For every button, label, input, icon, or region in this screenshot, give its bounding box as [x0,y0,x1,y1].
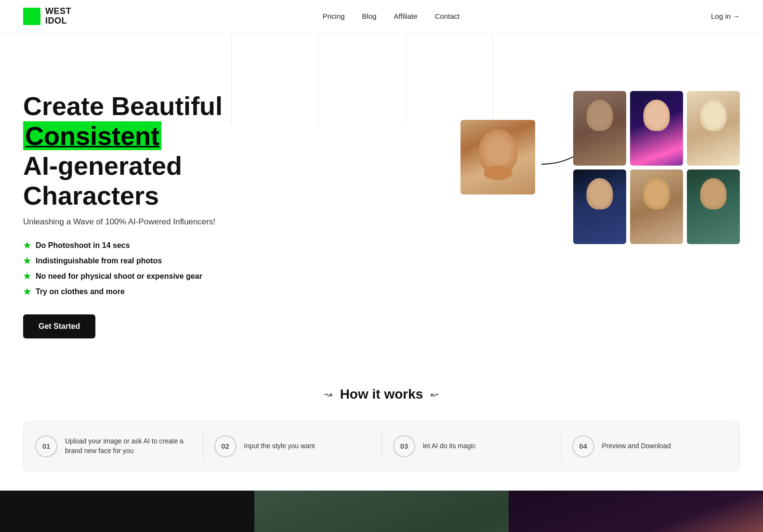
step-3-number: 03 [393,435,415,457]
step-4-number: 04 [572,435,594,457]
step-1-number: 01 [35,435,57,457]
grid-face-2 [630,91,683,166]
hero-section: Create Beautiful Consistent AI-generated… [0,33,763,358]
bottom-photo-dark [0,491,254,532]
step-1: 01 Upload your image or ask AI to create… [24,422,203,471]
grid-photo-5 [630,169,683,244]
hero-right [303,62,740,322]
deco-left-icon: ↝ [324,389,332,400]
photo-grid [573,91,740,244]
step-4: 04 Preview and Download [561,422,740,471]
bottom-photo-girl-hat [254,491,509,532]
nav-affiliate[interactable]: Affiliate [394,12,418,20]
grid-photo-4 [573,169,626,244]
features-list: ★ Do Photoshoot in 14 secs ★ Indistingui… [23,240,303,297]
hero-title-highlight: Consistent [23,121,161,150]
feature-3-text: No need for physical shoot or expensive … [36,272,202,281]
step-3: 03 let AI do its magic [382,422,561,471]
logo-square [23,8,40,25]
feature-2-text: Indistinguishable from real photos [36,257,162,265]
grid-photo-3 [687,91,740,166]
step-2: 02 Input the style you want [203,422,382,471]
main-face-photo [460,120,535,195]
steps-row: 01 Upload your image or ask AI to create… [23,421,740,471]
logo[interactable]: WEST IDOL [23,7,71,26]
hero-subtitle: Unleashing a Wave of 100% AI-Powered Inf… [23,217,303,227]
feature-4: ★ Try on clothes and more [23,286,303,297]
grid-face-5 [630,169,683,244]
navbar: WEST IDOL Pricing Blog Affiliate Contact… [0,0,763,33]
star-icon-1: ★ [23,240,31,251]
hero-left: Create Beautiful Consistent AI-generated… [23,62,303,338]
bottom-photo-city [509,491,763,532]
hero-title: Create Beautiful Consistent AI-generated… [23,91,303,210]
nav-links: Pricing Blog Affiliate Contact [323,12,460,20]
grid-photo-2 [630,91,683,166]
step-1-label: Upload your image or ask AI to create a … [65,437,191,455]
feature-4-text: Try on clothes and more [36,287,125,296]
grid-face-6 [687,169,740,244]
grid-photo-6 [687,169,740,244]
hero-title-part1: Create Beautiful [23,91,223,120]
grid-face-4 [573,169,626,244]
main-face-image [460,120,535,195]
star-icon-3: ★ [23,271,31,282]
get-started-button[interactable]: Get Started [23,314,95,338]
step-4-label: Preview and Download [602,441,671,451]
logo-text: WEST IDOL [45,7,71,26]
how-it-works-section: ↝ How it works ↜ 01 Upload your image or… [0,358,763,491]
star-icon-2: ★ [23,256,31,266]
grid-face-1 [573,91,626,166]
grid-photo-1 [573,91,626,166]
step-3-label: let AI do its magic [423,441,476,451]
feature-3: ★ No need for physical shoot or expensiv… [23,271,303,282]
step-2-label: Input the style you want [244,441,315,451]
photo-section [441,62,740,322]
nav-pricing[interactable]: Pricing [323,12,345,20]
grid-face-3 [687,91,740,166]
deco-right-icon: ↜ [431,389,439,400]
login-button[interactable]: Log in → [711,12,740,20]
step-2-number: 02 [214,435,237,457]
feature-1-text: Do Photoshoot in 14 secs [36,241,130,250]
star-icon-4: ★ [23,286,31,297]
hero-title-part2: AI-generated Characters [23,151,182,210]
nav-contact[interactable]: Contact [435,12,460,20]
how-it-works-title: How it works [340,387,423,402]
feature-1: ★ Do Photoshoot in 14 secs [23,240,303,251]
feature-2: ★ Indistinguishable from real photos [23,256,303,266]
nav-right: Log in → [711,12,740,20]
nav-blog[interactable]: Blog [362,12,377,20]
bottom-photos [0,491,763,532]
how-title-wrap: ↝ How it works ↜ [23,387,740,402]
